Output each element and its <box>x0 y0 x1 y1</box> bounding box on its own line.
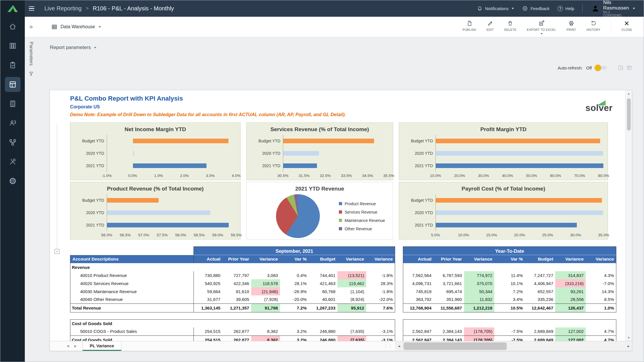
value-cell: 1,271,357 <box>222 303 251 312</box>
chevron-down-icon <box>633 8 635 9</box>
user-org: Nils CorpDemo <box>603 11 629 17</box>
sidebar-item-collaboration[interactable] <box>0 113 25 133</box>
drillable-actual-cell[interactable]: 540,925 <box>194 279 223 287</box>
axis-tick-label: 70.0% <box>574 174 585 178</box>
value-cell: 1,267,233 <box>309 303 337 312</box>
vertical-scrollbar[interactable] <box>625 90 632 341</box>
drillable-actual-cell[interactable]: 254,515 <box>194 327 223 335</box>
expand-parameters-button[interactable] <box>25 17 37 37</box>
sidebar-item-reporting[interactable] <box>0 75 25 94</box>
sidebar-item-administration[interactable] <box>0 152 25 171</box>
axis-tick-label: 58.5% <box>194 233 205 237</box>
sheet-tab-pl-variance[interactable]: PL Variance <box>82 341 121 351</box>
value-cell: (1,104) <box>337 287 366 295</box>
vertical-scroll-thumb[interactable] <box>627 98 631 131</box>
section-label <box>403 263 616 271</box>
bar-2020-ytd <box>133 151 134 156</box>
expand-view-icon[interactable] <box>618 65 624 71</box>
value-cell: -7.0% <box>586 279 616 287</box>
scroll-down-icon[interactable] <box>626 334 632 341</box>
legend-item-other-revenue: Other Revenue <box>339 227 385 231</box>
toolbar-divider <box>611 20 611 33</box>
chart-title: Payroll Cost (% of Total Income) <box>403 186 604 192</box>
value-cell: 0.4% <box>280 271 309 279</box>
column-header-variance: Variance <box>586 255 616 263</box>
axis-tick-label: 20.0% <box>514 233 525 237</box>
value-cell: 2,562,847 <box>403 327 434 335</box>
bar-category-label: 2020 YTD <box>74 151 104 156</box>
chart-title: Services Revenue (% of Total Income) <box>251 126 389 133</box>
report-toolbar: Data Warehouse PUBLISH EDIT DELETE <box>37 17 644 37</box>
sidebar-item-integrations[interactable] <box>0 133 25 152</box>
bar-2020-ytd <box>436 151 603 156</box>
scroll-up-icon[interactable] <box>626 90 632 97</box>
auto-refresh-label: Auto-refresh: <box>558 65 583 70</box>
value-cell: 652,557 <box>525 287 555 295</box>
value-cell: 8.5% <box>586 295 616 303</box>
filter-funnel-icon[interactable] <box>28 71 34 77</box>
sidebar-item-archive[interactable] <box>0 36 25 55</box>
horizontal-scroll-thumb[interactable] <box>403 342 507 350</box>
axis-tick-label: 56.5% <box>120 233 131 237</box>
value-cell: 8,362 <box>251 335 280 341</box>
feedback-button[interactable]: Feedback <box>522 5 549 12</box>
edit-button[interactable]: EDIT <box>487 19 494 31</box>
table-row: 363,792351,96011,8323.4%335,23628,5568.5… <box>403 295 616 303</box>
drillable-actual-cell[interactable]: 730,880 <box>194 271 223 279</box>
table-row: Cost of Goods Sold <box>70 319 395 327</box>
help-icon <box>557 6 563 11</box>
outline-collapse-button[interactable] <box>55 249 59 254</box>
value-cell: -1.8% <box>366 287 395 295</box>
value-cell: 12,642,467 <box>525 303 555 312</box>
print-button[interactable]: PRINT <box>566 19 576 31</box>
drillable-actual-cell[interactable]: 59,664 <box>194 287 223 295</box>
table-view-icon[interactable] <box>626 65 632 71</box>
value-cell: 3.2% <box>280 335 309 341</box>
value-cell: 3,083 <box>251 271 280 279</box>
sidebar-item-settings[interactable] <box>0 171 25 191</box>
auto-refresh-toggle[interactable] <box>595 66 607 69</box>
solver-logo-icon <box>7 5 18 12</box>
scroll-right-icon[interactable] <box>625 341 632 351</box>
history-button[interactable]: HISTORY <box>586 19 600 31</box>
tab-scroll-right-icon[interactable] <box>74 344 76 348</box>
data-source-selector[interactable]: Data Warehouse <box>51 24 101 30</box>
horizontal-scroll-track[interactable] <box>402 341 625 351</box>
gear-icon <box>5 174 20 188</box>
table-row: 40010 Product Revenue730,880727,7973,083… <box>70 271 395 279</box>
sidebar-item-budgeting[interactable] <box>0 94 25 113</box>
publish-button[interactable]: PUBLISH <box>463 19 476 31</box>
axis-tick-label: 30.0% <box>478 174 489 178</box>
user-icon <box>591 4 600 13</box>
axis-tick-label: 10.0% <box>430 174 441 178</box>
sidebar-item-home[interactable] <box>0 17 25 36</box>
axis-tick-label: 34.5% <box>362 174 373 178</box>
notifications-menu[interactable]: Notifications <box>477 5 514 12</box>
account-label: 40040 Other Revenue <box>70 295 194 303</box>
column-header-budget: Budget <box>525 255 555 263</box>
table-row: Revenue <box>70 263 395 271</box>
drillable-actual-cell[interactable]: 31,677 <box>194 295 223 303</box>
horizontal-scrollbar[interactable] <box>395 341 632 351</box>
axis-tick-label: 15.0% <box>486 233 497 237</box>
report-content: P&L Combo Report with KPI Analysis Corpo… <box>50 90 625 341</box>
report-parameters-toggle[interactable]: Report parameters <box>50 45 644 50</box>
value-cell: 91,788 <box>251 303 280 312</box>
delete-button[interactable]: DELETE <box>504 19 517 31</box>
tab-scroll-left-icon[interactable] <box>67 344 69 348</box>
help-button[interactable]: Help <box>557 6 574 11</box>
hamburger-menu-button[interactable] <box>29 4 39 13</box>
user-menu[interactable]: Nils Rasmussen Nils CorpDemo <box>591 0 635 17</box>
export-to-excel-button[interactable]: EXPORT TO EXCEL <box>527 19 556 35</box>
column-header-prior-year: Prior Year <box>222 255 251 263</box>
axis-tick-label: 25.0% <box>542 233 553 237</box>
sidebar-item-tasks[interactable] <box>0 55 25 75</box>
chart-2021-ytd-revenue: 2021 YTD RevenueProduct RevenueServices … <box>246 182 393 240</box>
close-button[interactable]: CLOSE <box>622 19 632 31</box>
breadcrumb-root[interactable]: Live Reporting <box>44 5 82 12</box>
value-cell: 10.5% <box>494 303 525 312</box>
value-cell: 118,578 <box>251 279 280 287</box>
scroll-left-icon[interactable] <box>396 341 402 351</box>
solver-app-logo[interactable] <box>0 0 25 17</box>
splitter-handle[interactable] <box>384 344 393 348</box>
